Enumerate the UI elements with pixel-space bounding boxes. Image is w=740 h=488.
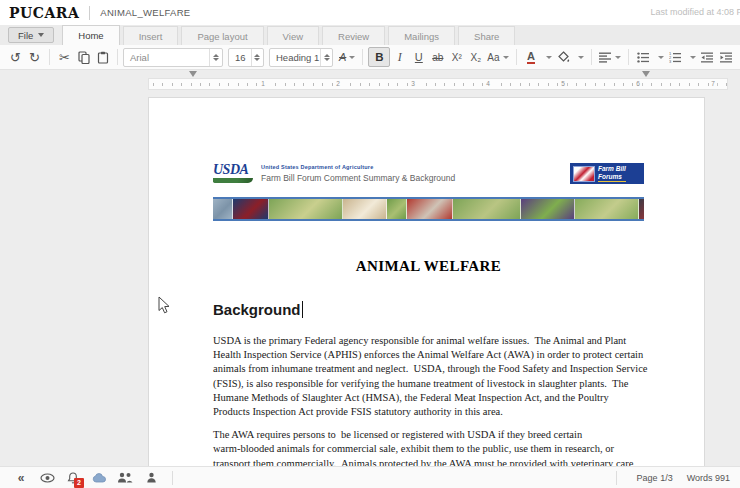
account-button[interactable]	[140, 469, 162, 487]
numbered-list-dropdown[interactable]	[685, 47, 698, 67]
cloud-icon	[92, 473, 107, 483]
toolbar-divider	[362, 49, 363, 65]
paragraph-line: Products Inspection Act provide FSIS sta…	[213, 405, 644, 419]
paragraph-line: USDA is the primary Federal agency respo…	[213, 334, 644, 348]
chevron-down-icon	[578, 56, 584, 59]
collapse-panel-button[interactable]: «	[10, 469, 32, 487]
bullet-list-dropdown[interactable]	[653, 47, 666, 67]
page-count-label: Page 1/3	[637, 473, 673, 483]
paste-button[interactable]	[93, 47, 112, 67]
title-bar: PUCARA ANIMAL_WELFARE Last modified at 4…	[0, 0, 740, 25]
word-processor-window: PUCARA ANIMAL_WELFARE Last modified at 4…	[0, 0, 740, 488]
app-logo: PUCARA	[0, 5, 89, 21]
photo-thumbnail	[639, 199, 644, 219]
usda-swoosh-graphic	[213, 178, 253, 183]
document-canvas[interactable]: USDA United States Department of Agricul…	[0, 93, 740, 466]
tab-review[interactable]: Review	[322, 26, 385, 45]
font-color-button[interactable]: A	[522, 47, 541, 67]
cut-button[interactable]: ✂	[55, 47, 74, 67]
paragraph-line: Humane Methods of Slaughter Act (HMSA), …	[213, 391, 644, 405]
tab-home[interactable]: Home	[62, 25, 119, 45]
notifications-button[interactable]: 2	[62, 469, 84, 487]
photo-thumbnail	[575, 199, 639, 219]
formatting-toolbar: ↺ ↻ ✂ Arial 16 Heading 1 A B I U	[0, 45, 740, 70]
decrease-indent-icon	[701, 52, 714, 63]
tab-page-layout[interactable]: Page layout	[181, 26, 263, 45]
notification-badge: 2	[74, 478, 84, 488]
font-size-stepper[interactable]	[251, 49, 263, 66]
chevron-down-icon	[503, 56, 509, 59]
redo-button[interactable]: ↻	[25, 47, 44, 67]
usda-department-line: United States Department of Agriculture	[261, 164, 570, 170]
font-color-dropdown[interactable]	[541, 47, 554, 67]
tab-insert[interactable]: Insert	[123, 26, 179, 45]
file-menu-button[interactable]: File	[8, 27, 54, 43]
document-paragraph[interactable]: USDA is the primary Federal agency respo…	[213, 334, 644, 419]
person-icon	[146, 472, 157, 483]
document-page[interactable]: USDA United States Department of Agricul…	[148, 97, 705, 466]
people-icon	[117, 472, 133, 483]
bold-button[interactable]: B	[368, 47, 390, 67]
change-case-button[interactable]: Aa	[485, 47, 510, 67]
paragraph-line: (FSIS), is also responsible for verifyin…	[213, 377, 644, 391]
paragraph-line: animals from inhumane treatment and negl…	[213, 362, 644, 376]
numbered-list-button[interactable]: 123	[666, 47, 685, 67]
bullet-list-button[interactable]	[634, 47, 653, 67]
view-mode-button[interactable]	[36, 469, 58, 487]
paint-bucket-icon	[557, 51, 570, 63]
photo-thumbnail	[269, 199, 343, 219]
titlebar-divider	[89, 6, 90, 20]
ruler-number: 6	[634, 80, 642, 87]
tab-view[interactable]: View	[267, 26, 319, 45]
chevron-down-icon	[38, 33, 44, 37]
font-family-stepper[interactable]	[209, 49, 222, 66]
paste-icon	[97, 51, 109, 64]
cloud-sync-button[interactable]	[88, 469, 110, 487]
increase-indent-button[interactable]	[717, 47, 736, 67]
font-family-select[interactable]: Arial	[123, 48, 223, 67]
tab-mailings[interactable]: Mailings	[388, 26, 455, 45]
undo-button[interactable]: ↺	[6, 47, 25, 67]
decrease-indent-button[interactable]	[698, 47, 717, 67]
toolbar-divider	[628, 49, 629, 65]
superscript-button[interactable]: X²	[447, 47, 466, 67]
photo-thumbnail	[343, 199, 387, 219]
paragraph-line: transport them commercially. Animals pro…	[213, 457, 644, 466]
subscript-button[interactable]: X₂	[466, 47, 485, 67]
increase-indent-icon	[720, 52, 733, 63]
underline-button[interactable]: U	[409, 47, 428, 67]
ruler-number: 1	[259, 80, 267, 87]
paragraph-style-stepper[interactable]	[320, 49, 332, 66]
alignment-button[interactable]	[597, 47, 623, 67]
copy-button[interactable]	[74, 47, 93, 67]
highlight-color-dropdown[interactable]	[573, 47, 586, 67]
strikethrough-button[interactable]: ab	[428, 47, 447, 67]
italic-button[interactable]: I	[390, 47, 409, 67]
word-count-label: Words 991	[687, 473, 730, 483]
right-indent-marker[interactable]	[642, 71, 650, 77]
chevron-down-icon	[658, 56, 664, 59]
highlight-color-button[interactable]	[554, 47, 573, 67]
document-paragraph[interactable]: The AWA requires persons to be licensed …	[213, 428, 644, 466]
forum-logo-line2: Forums	[598, 173, 626, 182]
ruler-number: 5	[559, 80, 567, 87]
paragraph-style-select[interactable]: Heading 1	[269, 48, 333, 67]
photo-thumbnail	[453, 199, 521, 219]
chevron-down-icon	[690, 56, 696, 59]
background-heading: Background	[213, 301, 644, 318]
paragraph-line: warm-blooded animals for commercial sale…	[213, 442, 644, 456]
horizontal-ruler[interactable]: 1234567	[148, 78, 728, 90]
ribbon-tab-bar: File HomeInsertPage layoutViewReviewMail…	[0, 25, 740, 45]
paragraph-line: The AWA requires persons to be licensed …	[213, 428, 644, 442]
left-indent-marker[interactable]	[189, 71, 197, 77]
collaborators-button[interactable]	[114, 469, 136, 487]
bullet-list-icon	[637, 52, 650, 63]
clear-formatting-button[interactable]: A	[337, 47, 357, 67]
document-body[interactable]: USDA is the primary Federal agency respo…	[213, 334, 644, 466]
paragraph-line: Health Inspection Service (APHIS) enforc…	[213, 348, 644, 362]
font-size-select[interactable]: 16	[228, 48, 264, 67]
copy-icon	[78, 51, 90, 64]
tab-share[interactable]: Share	[458, 26, 515, 45]
statusbar-divider	[616, 471, 617, 485]
photo-thumbnail	[213, 199, 233, 219]
